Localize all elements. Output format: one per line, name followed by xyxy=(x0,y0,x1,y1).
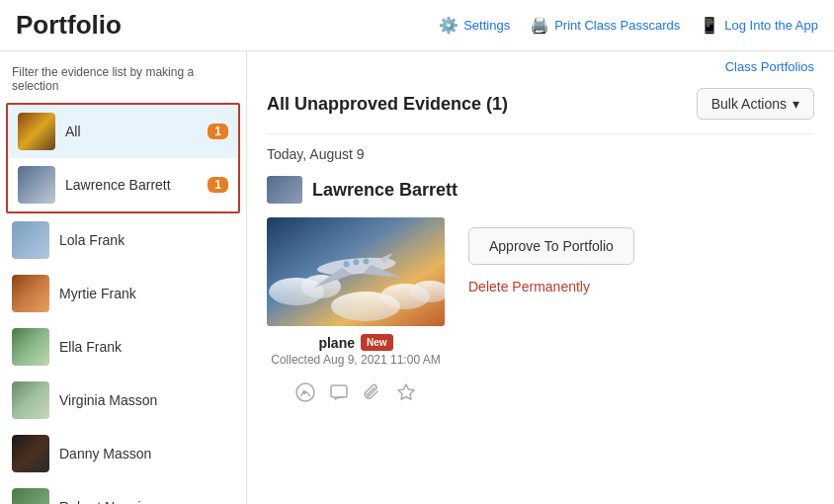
sidebar-item-ella-frank[interactable]: Ella Frank xyxy=(0,320,246,374)
virginia-masson-avatar xyxy=(12,381,49,419)
sidebar-item-myrtie-frank[interactable]: Myrtie Frank xyxy=(0,267,246,320)
print-icon: 🖨️ xyxy=(530,16,549,35)
page-title: Portfolio xyxy=(16,10,122,41)
login-app-link[interactable]: 📱 Log Into the App xyxy=(700,16,818,35)
evidence-date: Collected Aug 9, 2021 11:00 AM xyxy=(267,353,445,367)
attach-icon[interactable] xyxy=(363,382,382,407)
student-name-row: Lawrence Barrett xyxy=(267,176,814,204)
chevron-down-icon: ▾ xyxy=(792,96,799,112)
evidence-icons xyxy=(267,377,445,413)
sidebar-item-robert-nanni[interactable]: Robert Nanni xyxy=(0,480,246,504)
lawrence-barrett-label: Lawrence Barrett xyxy=(65,176,198,194)
all-badge: 1 xyxy=(208,124,228,139)
sidebar-item-all[interactable]: All 1 xyxy=(8,105,238,158)
content-header: All Unapproved Evidence (1) Bulk Actions… xyxy=(267,78,814,134)
bulk-actions-label: Bulk Actions xyxy=(711,96,787,112)
lawrence-barrett-badge: 1 xyxy=(208,177,228,193)
main-content: Class Portfolios All Unapproved Evidence… xyxy=(247,51,834,504)
header: Portfolio ⚙️ Settings 🖨️ Print Class Pas… xyxy=(0,0,834,51)
evidence-image-bg xyxy=(267,217,445,326)
mobile-icon: 📱 xyxy=(700,16,719,35)
sidebar-item-lola-frank[interactable]: Lola Frank xyxy=(0,213,246,267)
evidence-row: plane New Collected Aug 9, 2021 11:00 AM xyxy=(267,217,814,413)
virginia-masson-label: Virginia Masson xyxy=(59,391,234,409)
header-actions: ⚙️ Settings 🖨️ Print Class Passcards 📱 L… xyxy=(439,16,818,35)
student-name: Lawrence Barrett xyxy=(312,180,458,201)
comment-icon[interactable] xyxy=(329,382,349,407)
new-badge: New xyxy=(361,334,393,351)
evidence-title-row: plane New xyxy=(267,334,445,351)
settings-icon: ⚙️ xyxy=(439,16,459,35)
danny-masson-label: Danny Masson xyxy=(59,445,234,462)
myrtie-frank-label: Myrtie Frank xyxy=(59,285,234,302)
share-icon[interactable] xyxy=(295,382,315,407)
class-portfolios-link[interactable]: Class Portfolios xyxy=(725,59,814,74)
sidebar: Filter the evidence list by making a sel… xyxy=(0,51,247,504)
student-thumbnail xyxy=(267,176,302,204)
evidence-title: plane xyxy=(318,335,355,351)
robert-nanni-avatar xyxy=(12,488,49,504)
all-avatar xyxy=(18,113,55,150)
delete-permanently-button[interactable]: Delete Permanently xyxy=(468,275,634,298)
sidebar-item-danny-masson[interactable]: Danny Masson xyxy=(0,427,246,480)
robert-nanni-label: Robert Nanni xyxy=(59,498,234,504)
svg-point-5 xyxy=(331,292,400,321)
settings-label: Settings xyxy=(463,18,510,33)
svg-rect-14 xyxy=(331,385,347,397)
approve-portfolio-button[interactable]: Approve To Portfolio xyxy=(468,227,634,265)
date-label: Today, August 9 xyxy=(267,134,814,172)
lola-frank-avatar xyxy=(12,221,49,259)
app-container: Portfolio ⚙️ Settings 🖨️ Print Class Pas… xyxy=(0,0,834,504)
content-top-bar: Class Portfolios xyxy=(267,51,814,78)
print-label: Print Class Passcards xyxy=(554,18,680,33)
section-title: All Unapproved Evidence (1) xyxy=(267,94,508,115)
ella-frank-avatar xyxy=(12,328,49,366)
evidence-card: plane New Collected Aug 9, 2021 11:00 AM xyxy=(267,217,445,413)
login-label: Log Into the App xyxy=(724,18,818,33)
sidebar-selected-group: All 1 Lawrence Barrett 1 xyxy=(6,103,240,213)
ella-frank-label: Ella Frank xyxy=(59,338,234,356)
lawrence-barrett-avatar xyxy=(18,166,55,204)
print-passcards-link[interactable]: 🖨️ Print Class Passcards xyxy=(530,16,680,35)
evidence-image xyxy=(267,217,445,326)
sidebar-item-virginia-masson[interactable]: Virginia Masson xyxy=(0,374,246,427)
myrtie-frank-avatar xyxy=(12,275,49,312)
sidebar-item-lawrence-barrett[interactable]: Lawrence Barrett 1 xyxy=(8,158,238,211)
plane-illustration xyxy=(267,217,445,326)
evidence-actions: Approve To Portfolio Delete Permanently xyxy=(468,227,634,298)
student-section: Lawrence Barrett xyxy=(267,172,814,423)
danny-masson-avatar xyxy=(12,435,49,472)
settings-link[interactable]: ⚙️ Settings xyxy=(439,16,510,35)
sidebar-filter-text: Filter the evidence list by making a sel… xyxy=(0,61,246,103)
bulk-actions-button[interactable]: Bulk Actions ▾ xyxy=(697,88,814,120)
lola-frank-label: Lola Frank xyxy=(59,231,234,249)
main-layout: Filter the evidence list by making a sel… xyxy=(0,51,834,504)
star-icon[interactable] xyxy=(396,382,416,407)
all-label: All xyxy=(65,123,198,140)
